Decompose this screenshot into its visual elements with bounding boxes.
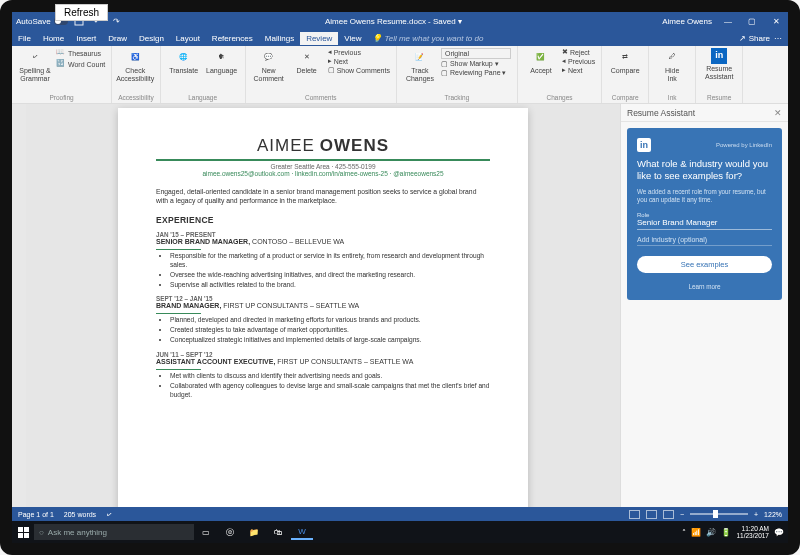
tray-up-icon[interactable]: ˄ <box>682 528 686 537</box>
action-center-icon[interactable]: 💬 <box>774 528 784 537</box>
tab-file[interactable]: File <box>12 32 37 45</box>
word-count-indicator[interactable]: 205 words <box>64 511 96 518</box>
tab-review[interactable]: Review <box>300 32 338 45</box>
group-changes-label: Changes <box>524 94 595 101</box>
next-change-button[interactable]: ▸ Next <box>562 66 595 74</box>
read-mode-button[interactable] <box>629 510 640 519</box>
add-industry-field[interactable]: Add industry (optional) <box>637 236 772 246</box>
volume-icon[interactable]: 🔊 <box>706 528 716 537</box>
group-compare: ⇄Compare Compare <box>602 46 649 103</box>
bullet: Conceptualized strategic initiatives and… <box>170 336 490 345</box>
word-count-button[interactable]: 🔢Word Count <box>56 59 105 69</box>
spelling-grammar-button[interactable]: 🗸Spelling & Grammar <box>18 48 52 82</box>
start-button[interactable] <box>12 527 34 538</box>
assistant-close-button[interactable]: ✕ <box>774 108 782 118</box>
job-bullets: Planned, developed and directed in marke… <box>170 316 490 345</box>
user-name[interactable]: Aimee Owens <box>662 17 712 26</box>
bullet: Oversee the wide-reaching advertising in… <box>170 271 490 280</box>
compare-button[interactable]: ⇄Compare <box>608 48 642 75</box>
task-view-button[interactable]: ▭ <box>195 524 217 540</box>
spell-check-icon[interactable]: 🗸 <box>106 511 113 518</box>
share-button[interactable]: ↗ Share <box>739 34 770 43</box>
job-rule <box>156 249 201 250</box>
wifi-icon[interactable]: 📶 <box>691 528 701 537</box>
zoom-slider[interactable] <box>690 513 748 515</box>
word-taskbar-icon[interactable]: W <box>291 524 313 540</box>
comments-link[interactable]: ⋯ <box>774 34 782 43</box>
spellcheck-icon: 🗸 <box>26 48 44 66</box>
print-layout-button[interactable] <box>646 510 657 519</box>
edge-icon[interactable]: ⓔ <box>219 524 241 540</box>
document-area[interactable]: AIMEE OWENS Greater Seattle Area · 425-5… <box>26 104 620 507</box>
bullet: Collaborated with agency colleagues to d… <box>170 382 490 400</box>
accept-button[interactable]: ✅Accept <box>524 48 558 75</box>
translate-button[interactable]: 🌐Translate <box>167 48 201 75</box>
check-accessibility-button[interactable]: ♿Check Accessibility <box>118 48 152 82</box>
language-icon: 🗣 <box>213 48 231 66</box>
delete-comment-button[interactable]: ✕Delete <box>290 48 324 75</box>
redo-icon[interactable]: ↷ <box>111 15 123 27</box>
tab-view[interactable]: View <box>338 32 367 45</box>
close-button[interactable]: ✕ <box>768 17 784 26</box>
tab-design[interactable]: Design <box>133 32 170 45</box>
thesaurus-button[interactable]: 📖Thesaurus <box>56 48 105 58</box>
new-comment-button[interactable]: 💬New Comment <box>252 48 286 82</box>
tab-layout[interactable]: Layout <box>170 32 206 45</box>
display-mode-dropdown[interactable]: Original <box>441 48 511 59</box>
title-bar: AutoSave ↶ ↷ Aimee Owens Resume.docx - S… <box>12 12 788 30</box>
show-comments-button[interactable]: ▢ Show Comments <box>328 66 390 74</box>
language-button[interactable]: 🗣Language <box>205 48 239 75</box>
document-title: Aimee Owens Resume.docx - Saved ▾ <box>129 17 659 26</box>
job-bullets: Met with clients to discuss and identify… <box>170 372 490 400</box>
tab-draw[interactable]: Draw <box>102 32 133 45</box>
role-field[interactable]: Senior Brand Manager <box>637 218 772 230</box>
page-indicator[interactable]: Page 1 of 1 <box>18 511 54 518</box>
tab-mailings[interactable]: Mailings <box>259 32 300 45</box>
show-markup-button[interactable]: ▢ Show Markup ▾ <box>441 60 511 68</box>
bullet: Supervise all activities related to the … <box>170 281 490 290</box>
bullet: Responsible for the marketing of a produ… <box>170 252 490 270</box>
tab-references[interactable]: References <box>206 32 259 45</box>
hide-ink-button[interactable]: 🖊Hide Ink <box>655 48 689 82</box>
tab-home[interactable]: Home <box>37 32 70 45</box>
ribbon: 🗸Spelling & Grammar 📖Thesaurus 🔢Word Cou… <box>12 46 788 104</box>
learn-more-link[interactable]: Learn more <box>637 283 772 290</box>
battery-icon[interactable]: 🔋 <box>721 528 731 537</box>
group-compare-label: Compare <box>608 94 642 101</box>
windows-taskbar: ○ Ask me anything ▭ ⓔ 📁 🛍 W ˄ 📶 🔊 🔋 11:2… <box>12 521 788 543</box>
tell-me-box[interactable]: 💡 Tell me what you want to do <box>368 34 740 43</box>
tab-insert[interactable]: Insert <box>70 32 102 45</box>
zoom-out-button[interactable]: − <box>680 511 684 518</box>
maximize-button[interactable]: ▢ <box>744 17 760 26</box>
system-clock[interactable]: 11:20 AM 11/23/2017 <box>736 525 769 539</box>
reject-button[interactable]: ✖ Reject <box>562 48 595 56</box>
new-comment-icon: 💬 <box>260 48 278 66</box>
resume-first-name: AIMEE <box>257 136 315 156</box>
track-changes-button[interactable]: 📝Track Changes <box>403 48 437 82</box>
minimize-button[interactable]: — <box>720 17 736 26</box>
web-layout-button[interactable] <box>663 510 674 519</box>
group-tracking-label: Tracking <box>403 94 511 101</box>
resume-assistant-button[interactable]: inResume Assistant <box>702 48 736 80</box>
prev-change-button[interactable]: ◂ Previous <box>562 57 595 65</box>
ink-icon: 🖊 <box>663 48 681 66</box>
cortana-search-box[interactable]: ○ Ask me anything <box>34 524 194 540</box>
zoom-in-button[interactable]: + <box>754 511 758 518</box>
next-comment-button[interactable]: ▸ Next <box>328 57 390 65</box>
explorer-icon[interactable]: 📁 <box>243 524 265 540</box>
see-examples-button[interactable]: See examples <box>637 256 772 273</box>
document-page[interactable]: AIMEE OWENS Greater Seattle Area · 425-5… <box>118 108 528 507</box>
assistant-subtext: We added a recent role from your resume,… <box>637 188 772 204</box>
job-title: BRAND MANAGER, FIRST UP CONSULTANTS – SE… <box>156 302 490 309</box>
tablet-frame: AutoSave ↶ ↷ Aimee Owens Resume.docx - S… <box>0 0 800 555</box>
store-icon[interactable]: 🛍 <box>267 524 289 540</box>
zoom-level[interactable]: 122% <box>764 511 782 518</box>
group-resume: inResume Assistant Resume <box>696 46 743 103</box>
thesaurus-icon: 📖 <box>56 48 66 58</box>
track-changes-icon: 📝 <box>411 48 429 66</box>
resume-last-name: OWENS <box>320 136 389 156</box>
job-rule <box>156 313 201 314</box>
reviewing-pane-button[interactable]: ▢ Reviewing Pane ▾ <box>441 69 511 77</box>
prev-comment-button[interactable]: ◂ Previous <box>328 48 390 56</box>
zoom-thumb[interactable] <box>713 510 718 518</box>
